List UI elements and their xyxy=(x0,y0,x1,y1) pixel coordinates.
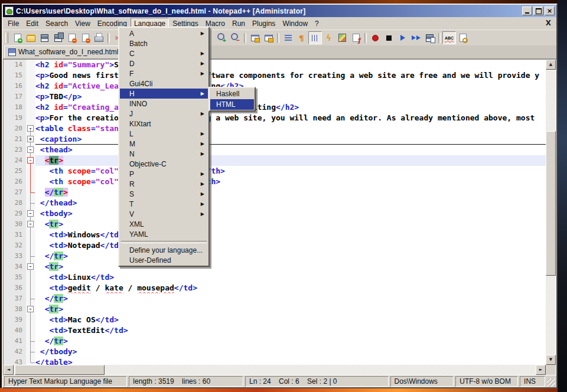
editor-line-40[interactable]: 40 <td>TextEdit</td> xyxy=(4,325,546,336)
lang-menu-item-user-defined[interactable]: User-Defined xyxy=(120,255,208,265)
macro-stop-icon[interactable] xyxy=(382,31,396,44)
fold-margin[interactable] xyxy=(26,70,35,81)
editor-line-30[interactable]: 30- <tr> xyxy=(4,219,546,230)
editor-line-31[interactable]: 31 <td>Windows</td> xyxy=(4,230,546,240)
lang-menu-item-xml[interactable]: XML xyxy=(120,219,208,229)
fold-margin[interactable] xyxy=(26,251,35,262)
scroll-right-arrow[interactable]: ► xyxy=(536,365,546,375)
vertical-scrollbar[interactable]: ▲ ▼ xyxy=(546,60,556,365)
macro-record-icon[interactable] xyxy=(369,31,382,44)
save-all-icon[interactable] xyxy=(51,31,65,44)
fold-margin[interactable]: - xyxy=(26,262,35,272)
code-text[interactable]: <td>gedit / kate / mousepad</td> xyxy=(35,283,546,293)
code-text[interactable]: <caption> xyxy=(35,134,546,145)
fold-expand-icon[interactable]: + xyxy=(27,136,34,142)
code-text[interactable]: </tr> xyxy=(35,251,546,262)
sync-scroll-v-icon[interactable] xyxy=(248,31,262,44)
fold-margin[interactable] xyxy=(26,240,35,251)
lang-menu-item-gui4cli[interactable]: Gui4Cli xyxy=(120,79,208,89)
lang-menu-item-n[interactable]: N▶ xyxy=(120,149,208,159)
editor-line-37[interactable]: 37 </tr> xyxy=(4,293,546,304)
code-text[interactable]: <tbody> xyxy=(35,208,546,219)
menu-run[interactable]: Run xyxy=(229,18,249,30)
editor-line-24[interactable]: 24- <tr> xyxy=(4,155,546,166)
code-text[interactable]: <thead> xyxy=(35,145,546,155)
editor-line-17[interactable]: 17<p>TBD</p> xyxy=(4,92,546,102)
lang-menu-item-j[interactable]: J▶ xyxy=(120,109,208,119)
new-file-icon[interactable] xyxy=(11,31,24,44)
menu-file[interactable]: File xyxy=(4,18,22,30)
editor-line-26[interactable]: 26 <th scope="col">Text editor used</th> xyxy=(4,177,546,187)
fold-margin[interactable] xyxy=(26,92,35,102)
show-all-characters-icon[interactable] xyxy=(295,31,308,44)
sync-scroll-h-icon[interactable] xyxy=(262,31,275,44)
code-text[interactable]: <tr> xyxy=(35,262,546,272)
fold-margin[interactable] xyxy=(26,198,35,208)
code-text[interactable]: <th scope="col">Text editor used</th> xyxy=(35,177,546,187)
function-list-icon[interactable] xyxy=(349,31,363,44)
editor-line-25[interactable]: 25 <th scope="col">Operating systems</th… xyxy=(4,166,546,177)
scroll-left-arrow[interactable]: ◄ xyxy=(4,365,14,375)
lang-menu-item-r[interactable]: R▶ xyxy=(120,179,208,189)
open-file-icon[interactable] xyxy=(24,31,38,44)
lang-menu-item-h[interactable]: H▶ xyxy=(120,89,208,99)
editor-line-21[interactable]: 21+ <caption> xyxy=(4,134,546,145)
scroll-down-arrow[interactable]: ▼ xyxy=(546,355,556,365)
lang-menu-item-d[interactable]: D▶ xyxy=(120,58,208,68)
macro-run-multiple-icon[interactable] xyxy=(409,31,423,44)
lang-menu-item-c[interactable]: C▶ xyxy=(120,48,208,58)
lang-menu-item-f[interactable]: F▶ xyxy=(120,68,208,79)
editor-line-28[interactable]: 28 </thead> xyxy=(4,198,546,208)
lang-menu-item-a[interactable]: A▶ xyxy=(120,28,208,38)
lang-menu-item-batch[interactable]: Batch xyxy=(120,38,208,48)
editor-line-38[interactable]: 38- <tr> xyxy=(4,304,546,315)
code-text[interactable]: </tr> xyxy=(35,293,546,304)
fold-collapse-icon[interactable]: - xyxy=(27,146,34,153)
code-text[interactable]: <h2 id="Summary">Summary</h2> xyxy=(35,60,546,70)
fold-margin[interactable] xyxy=(26,113,35,123)
submenu-item-haskell[interactable]: Haskell xyxy=(210,89,254,99)
fold-collapse-icon[interactable]: - xyxy=(27,306,34,312)
code-text[interactable]: <td>Windows</td> xyxy=(35,230,546,240)
code-text[interactable]: <td>TextEdit</td> xyxy=(35,325,546,336)
editor-line-29[interactable]: 29- <tbody> xyxy=(4,208,546,219)
fold-collapse-icon[interactable]: - xyxy=(27,221,34,227)
menu-view[interactable]: View xyxy=(71,18,94,30)
editor-line-15[interactable]: 15<p>Good news first: almost all the sof… xyxy=(4,70,546,81)
code-text[interactable]: <td>Mac OS</td> xyxy=(35,315,546,325)
fold-margin[interactable] xyxy=(26,293,35,304)
editor-line-35[interactable]: 35 <td>Linux</td> xyxy=(4,272,546,283)
macro-save-icon[interactable] xyxy=(423,31,436,44)
horizontal-scroll-thumb[interactable] xyxy=(15,365,105,375)
code-text[interactable]: </tbody> xyxy=(35,347,546,357)
lang-menu-item-kixtart[interactable]: KIXtart xyxy=(120,119,208,129)
menu-help[interactable]: ? xyxy=(311,18,322,30)
close-all-icon[interactable] xyxy=(79,31,92,44)
menu-search[interactable]: Search xyxy=(42,18,71,30)
lang-menu-item-v[interactable]: V▶ xyxy=(120,209,208,219)
fold-margin[interactable] xyxy=(26,272,35,283)
lang-menu-item-m[interactable]: M▶ xyxy=(120,139,208,149)
fold-collapse-icon[interactable]: - xyxy=(27,263,34,270)
code-text[interactable]: <h2 id="Creating_and_Editing_s">Creating… xyxy=(35,102,546,113)
editor-line-36[interactable]: 36 <td>gedit / kate / mousepad</td> xyxy=(4,283,546,293)
fold-margin[interactable]: - xyxy=(26,304,35,315)
editor-line-43[interactable]: 43</table> xyxy=(4,357,546,365)
menu-edit[interactable]: Edit xyxy=(22,18,42,30)
menu-plugins[interactable]: Plugins xyxy=(249,18,279,30)
editor-line-14[interactable]: 14<h2 id="Summary">Summary</h2> xyxy=(4,60,546,70)
fold-margin[interactable] xyxy=(26,315,35,325)
tab-what-software-do-i-need[interactable]: What_software_do_I_need.html × xyxy=(4,45,133,58)
lang-menu-item-p[interactable]: P▶ xyxy=(120,169,208,179)
editor-line-18[interactable]: 18<h2 id="Creating_and_Editing_s">Creati… xyxy=(4,102,546,113)
code-text[interactable]: <tr> xyxy=(35,304,546,315)
fold-margin[interactable] xyxy=(26,347,35,357)
document-map-icon[interactable] xyxy=(335,31,349,44)
code-text[interactable]: <tr> xyxy=(35,219,546,230)
fold-margin[interactable] xyxy=(26,283,35,293)
lang-menu-item-objective-c[interactable]: Objective-C xyxy=(120,159,208,169)
fold-margin[interactable]: - xyxy=(26,145,35,155)
code-text[interactable]: <p>For the creation and/or the editing a… xyxy=(35,113,546,123)
code-text[interactable]: <p>TBD</p> xyxy=(35,92,546,102)
code-editor[interactable]: 14<h2 id="Summary">Summary</h2>15<p>Good… xyxy=(4,60,546,365)
